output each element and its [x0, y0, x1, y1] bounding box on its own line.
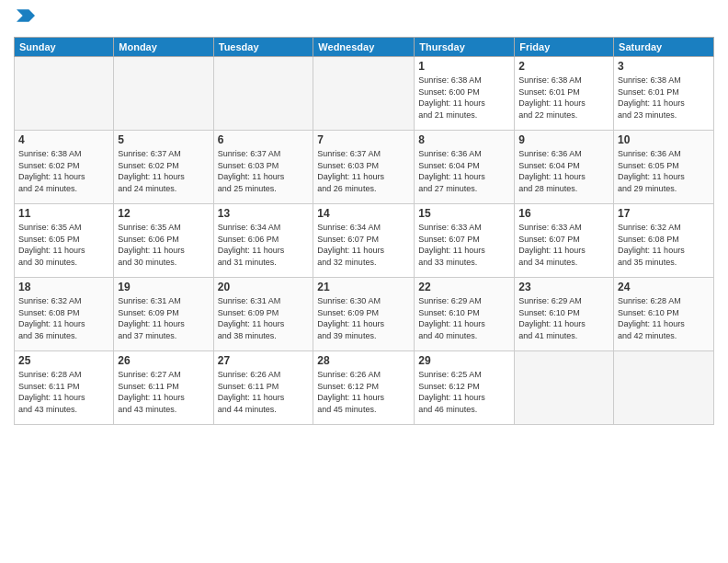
day-number: 20: [218, 281, 310, 293]
day-info: Sunrise: 6:37 AM Sunset: 6:03 PM Dayligh…: [218, 148, 310, 194]
calendar-cell: 29Sunrise: 6:25 AM Sunset: 6:12 PM Dayli…: [415, 351, 515, 425]
day-info: Sunrise: 6:26 AM Sunset: 6:12 PM Dayligh…: [317, 369, 410, 415]
calendar-cell: [15, 57, 114, 131]
day-number: 24: [618, 281, 710, 293]
day-number: 22: [418, 281, 510, 293]
calendar-cell: 25Sunrise: 6:28 AM Sunset: 6:11 PM Dayli…: [15, 351, 114, 425]
calendar-cell: 8Sunrise: 6:36 AM Sunset: 6:04 PM Daylig…: [415, 131, 515, 204]
day-number: 23: [518, 281, 609, 293]
day-number: 14: [317, 207, 410, 220]
day-info: Sunrise: 6:36 AM Sunset: 6:05 PM Dayligh…: [618, 148, 710, 194]
calendar-cell: [313, 57, 415, 131]
weekday-header: Wednesday: [313, 38, 415, 57]
calendar-cell: 3Sunrise: 6:38 AM Sunset: 6:01 PM Daylig…: [614, 57, 714, 131]
calendar-cell: 20Sunrise: 6:31 AM Sunset: 6:09 PM Dayli…: [213, 278, 313, 351]
calendar-cell: 28Sunrise: 6:26 AM Sunset: 6:12 PM Dayli…: [313, 351, 415, 425]
day-number: 16: [518, 207, 609, 220]
day-info: Sunrise: 6:28 AM Sunset: 6:10 PM Dayligh…: [618, 295, 710, 341]
calendar-cell: 1Sunrise: 6:38 AM Sunset: 6:00 PM Daylig…: [415, 57, 515, 131]
day-info: Sunrise: 6:37 AM Sunset: 6:03 PM Dayligh…: [317, 148, 410, 194]
calendar-cell: 19Sunrise: 6:31 AM Sunset: 6:09 PM Dayli…: [114, 278, 213, 351]
day-info: Sunrise: 6:32 AM Sunset: 6:08 PM Dayligh…: [618, 222, 710, 268]
calendar-week-row: 1Sunrise: 6:38 AM Sunset: 6:00 PM Daylig…: [15, 57, 714, 131]
calendar-cell: 15Sunrise: 6:33 AM Sunset: 6:07 PM Dayli…: [415, 204, 515, 278]
page-container: SundayMondayTuesdayWednesdayThursdayFrid…: [0, 0, 728, 434]
calendar-cell: 23Sunrise: 6:29 AM Sunset: 6:10 PM Dayli…: [515, 278, 614, 351]
day-info: Sunrise: 6:37 AM Sunset: 6:02 PM Dayligh…: [118, 148, 209, 194]
day-number: 18: [18, 281, 109, 293]
weekday-header: Sunday: [15, 38, 114, 57]
day-number: 15: [418, 207, 510, 220]
day-number: 8: [418, 133, 510, 146]
calendar-cell: 11Sunrise: 6:35 AM Sunset: 6:05 PM Dayli…: [15, 204, 114, 278]
day-info: Sunrise: 6:36 AM Sunset: 6:04 PM Dayligh…: [418, 148, 510, 194]
calendar-cell: 17Sunrise: 6:32 AM Sunset: 6:08 PM Dayli…: [614, 204, 714, 278]
day-number: 4: [18, 133, 109, 146]
day-number: 19: [118, 281, 209, 293]
day-info: Sunrise: 6:35 AM Sunset: 6:06 PM Dayligh…: [118, 222, 209, 268]
header: [14, 9, 714, 29]
day-info: Sunrise: 6:31 AM Sunset: 6:09 PM Dayligh…: [118, 295, 209, 341]
day-number: 10: [618, 133, 710, 146]
day-number: 28: [317, 354, 410, 367]
day-info: Sunrise: 6:38 AM Sunset: 6:01 PM Dayligh…: [618, 75, 710, 121]
calendar-cell: 12Sunrise: 6:35 AM Sunset: 6:06 PM Dayli…: [114, 204, 213, 278]
calendar-cell: 7Sunrise: 6:37 AM Sunset: 6:03 PM Daylig…: [313, 131, 415, 204]
day-number: 17: [618, 207, 710, 220]
day-info: Sunrise: 6:36 AM Sunset: 6:04 PM Dayligh…: [518, 148, 609, 194]
calendar-week-row: 4Sunrise: 6:38 AM Sunset: 6:02 PM Daylig…: [15, 131, 714, 204]
day-number: 2: [518, 60, 609, 73]
day-number: 25: [18, 354, 109, 367]
calendar-week-row: 25Sunrise: 6:28 AM Sunset: 6:11 PM Dayli…: [15, 351, 714, 425]
day-info: Sunrise: 6:25 AM Sunset: 6:12 PM Dayligh…: [418, 369, 510, 415]
weekday-header-row: SundayMondayTuesdayWednesdayThursdayFrid…: [15, 38, 714, 57]
day-info: Sunrise: 6:34 AM Sunset: 6:07 PM Dayligh…: [317, 222, 410, 268]
day-number: 26: [118, 354, 209, 367]
day-number: 11: [18, 207, 109, 220]
day-number: 7: [317, 133, 410, 146]
day-info: Sunrise: 6:38 AM Sunset: 6:01 PM Dayligh…: [518, 75, 609, 121]
day-info: Sunrise: 6:29 AM Sunset: 6:10 PM Dayligh…: [518, 295, 609, 341]
day-info: Sunrise: 6:38 AM Sunset: 6:00 PM Dayligh…: [418, 75, 510, 121]
day-info: Sunrise: 6:33 AM Sunset: 6:07 PM Dayligh…: [518, 222, 609, 268]
weekday-header: Tuesday: [213, 38, 313, 57]
day-info: Sunrise: 6:38 AM Sunset: 6:02 PM Dayligh…: [18, 148, 109, 194]
day-info: Sunrise: 6:27 AM Sunset: 6:11 PM Dayligh…: [118, 369, 209, 415]
day-number: 12: [118, 207, 209, 220]
calendar-cell: 4Sunrise: 6:38 AM Sunset: 6:02 PM Daylig…: [15, 131, 114, 204]
day-number: 3: [618, 60, 710, 73]
day-info: Sunrise: 6:26 AM Sunset: 6:11 PM Dayligh…: [218, 369, 310, 415]
day-number: 29: [418, 354, 510, 367]
calendar-cell: 6Sunrise: 6:37 AM Sunset: 6:03 PM Daylig…: [213, 131, 313, 204]
calendar-cell: 26Sunrise: 6:27 AM Sunset: 6:11 PM Dayli…: [114, 351, 213, 425]
day-info: Sunrise: 6:33 AM Sunset: 6:07 PM Dayligh…: [418, 222, 510, 268]
calendar-week-row: 11Sunrise: 6:35 AM Sunset: 6:05 PM Dayli…: [15, 204, 714, 278]
calendar-cell: [114, 57, 213, 131]
day-info: Sunrise: 6:30 AM Sunset: 6:09 PM Dayligh…: [317, 295, 410, 341]
weekday-header: Friday: [515, 38, 614, 57]
day-info: Sunrise: 6:32 AM Sunset: 6:08 PM Dayligh…: [18, 295, 109, 341]
day-number: 6: [218, 133, 310, 146]
weekday-header: Saturday: [614, 38, 714, 57]
calendar-cell: 22Sunrise: 6:29 AM Sunset: 6:10 PM Dayli…: [415, 278, 515, 351]
calendar-cell: [515, 351, 614, 425]
calendar-cell: 13Sunrise: 6:34 AM Sunset: 6:06 PM Dayli…: [213, 204, 313, 278]
logo-icon: [17, 6, 35, 25]
calendar-cell: 24Sunrise: 6:28 AM Sunset: 6:10 PM Dayli…: [614, 278, 714, 351]
calendar-cell: 14Sunrise: 6:34 AM Sunset: 6:07 PM Dayli…: [313, 204, 415, 278]
calendar-cell: 9Sunrise: 6:36 AM Sunset: 6:04 PM Daylig…: [515, 131, 614, 204]
day-info: Sunrise: 6:28 AM Sunset: 6:11 PM Dayligh…: [18, 369, 109, 415]
calendar-cell: 21Sunrise: 6:30 AM Sunset: 6:09 PM Dayli…: [313, 278, 415, 351]
calendar-cell: 2Sunrise: 6:38 AM Sunset: 6:01 PM Daylig…: [515, 57, 614, 131]
day-info: Sunrise: 6:35 AM Sunset: 6:05 PM Dayligh…: [18, 222, 109, 268]
day-info: Sunrise: 6:34 AM Sunset: 6:06 PM Dayligh…: [218, 222, 310, 268]
weekday-header: Monday: [114, 38, 213, 57]
calendar-cell: 5Sunrise: 6:37 AM Sunset: 6:02 PM Daylig…: [114, 131, 213, 204]
calendar-cell: [614, 351, 714, 425]
day-number: 1: [418, 60, 510, 73]
logo: [14, 9, 35, 29]
day-info: Sunrise: 6:29 AM Sunset: 6:10 PM Dayligh…: [418, 295, 510, 341]
calendar-cell: [213, 57, 313, 131]
day-number: 21: [317, 281, 410, 293]
day-number: 27: [218, 354, 310, 367]
